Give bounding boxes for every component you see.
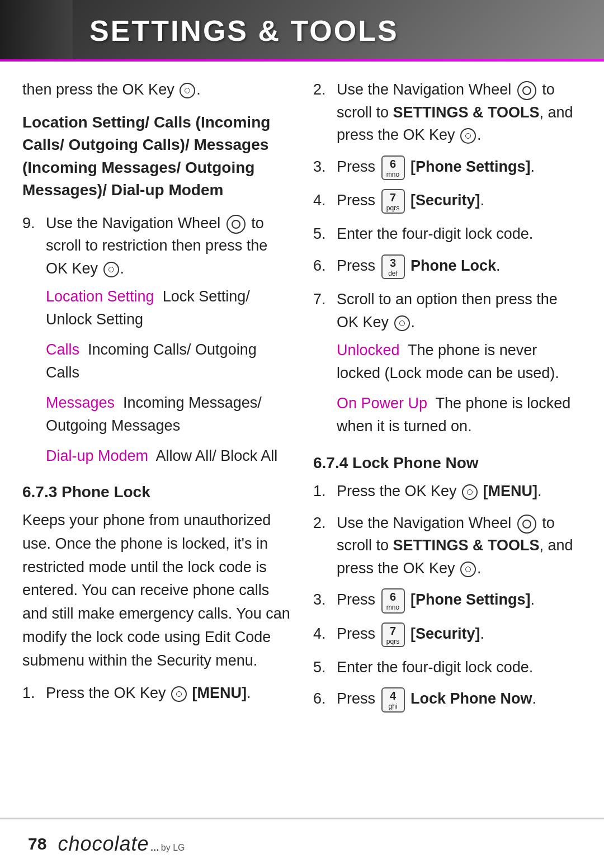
- header-accent-line: [0, 59, 604, 62]
- ok-key-icon-674-1: [462, 484, 478, 500]
- key-num-7-674-4: 7: [390, 624, 396, 638]
- sub-item-messages: Messages Incoming Messages/ Outgoing Mes…: [46, 391, 291, 437]
- list-item-674-2: 2. Use the Navigation Wheel to scroll to…: [313, 512, 582, 580]
- item-674-2-content: Use the Navigation Wheel to scroll to SE…: [337, 512, 582, 580]
- item-r7-content: Scroll to an option then press the OK Ke…: [337, 288, 582, 445]
- bold-section-title: Location Setting/ Calls (Incoming Calls/…: [22, 111, 291, 202]
- item-674-5-content: Enter the four-digit lock code.: [337, 656, 582, 679]
- item-r2-number: 2.: [313, 78, 331, 147]
- section-673-heading: 6.7.3 Phone Lock: [22, 483, 291, 501]
- menu-label-673-1: [MENU]: [192, 685, 247, 701]
- sub-item-calls: Calls Incoming Calls/ Outgoing Calls: [46, 338, 291, 384]
- phone-settings-label-674-3: [Phone Settings]: [410, 591, 531, 608]
- key-num-7-r4: 7: [390, 191, 396, 204]
- key-num-6-r3: 6: [390, 157, 396, 171]
- item-674-5-number: 5.: [313, 656, 331, 679]
- list-item-9: 9. Use the Navigation Wheel to scroll to…: [22, 212, 291, 475]
- settings-tools-label-r2: SETTINGS & TOOLS: [393, 104, 540, 121]
- key-btn-4-674-6: 4 ghi: [381, 687, 405, 712]
- sub-item-unlocked: Unlocked The phone is never locked (Lock…: [337, 339, 582, 384]
- nav-wheel-icon-r2: [517, 81, 536, 100]
- right-column: 2. Use the Navigation Wheel to scroll to…: [313, 78, 582, 721]
- key-btn-7-674-4: 7 pqrs: [381, 622, 405, 647]
- menu-label-674-1: [MENU]: [483, 483, 537, 499]
- item-674-1-number: 1.: [313, 480, 331, 503]
- item-r6-content: Press 3 def Phone Lock.: [337, 254, 582, 279]
- sub-item-dialup-modem: Dial-up Modem Allow All/ Block All: [46, 445, 291, 468]
- security-label-r4: [Security]: [410, 192, 480, 209]
- footer-brand-bylg: by LG: [161, 843, 185, 853]
- key-letters-mno-r3: mno: [386, 171, 399, 178]
- key-btn-7-r4: 7 pqrs: [381, 189, 405, 214]
- footer-brand: chocolate ... by LG: [58, 832, 185, 856]
- item-r7-number: 7.: [313, 288, 331, 445]
- lock-phone-now-label-674-6: Lock Phone Now: [410, 691, 532, 707]
- ok-key-icon-674-2: [460, 562, 476, 577]
- item-674-1-content: Press the OK Key [MENU].: [337, 480, 582, 503]
- label-messages: Messages: [46, 394, 115, 411]
- item-r2-content: Use the Navigation Wheel to scroll to SE…: [337, 78, 582, 147]
- list-item-r6: 6. Press 3 def Phone Lock.: [313, 254, 582, 279]
- intro-text: then press the OK Key .: [22, 78, 291, 101]
- label-calls: Calls: [46, 341, 79, 358]
- sub-items-r7: Unlocked The phone is never locked (Lock…: [337, 339, 582, 437]
- sub-items-9: Location Setting Lock Setting/ Unlock Se…: [46, 285, 291, 468]
- label-location-setting: Location Setting: [46, 288, 154, 305]
- list-item-674-4: 4. Press 7 pqrs [Security].: [313, 622, 582, 647]
- page-title: SETTINGS & TOOLS: [0, 14, 399, 48]
- key-letters-def-r6: def: [388, 270, 398, 277]
- ok-key-icon-9: [103, 262, 119, 277]
- list-item-674-3: 3. Press 6 mno [Phone Settings].: [313, 588, 582, 613]
- sub-item-on-power-up: On Power Up The phone is locked when it …: [337, 392, 582, 437]
- item-674-6-content: Press 4 ghi Lock Phone Now.: [337, 687, 582, 712]
- key-btn-6-r3: 6 mno: [381, 155, 405, 180]
- list-item-674-6: 6. Press 4 ghi Lock Phone Now.: [313, 687, 582, 712]
- key-num-3-r6: 3: [390, 256, 396, 270]
- label-dialup-modem: Dial-up Modem: [46, 447, 148, 464]
- key-btn-6-674-3: 6 mno: [381, 588, 405, 613]
- item-674-2-number: 2.: [313, 512, 331, 580]
- list-item-r5: 5. Enter the four-digit lock code.: [313, 223, 582, 246]
- key-letters-pqrs-r4: pqrs: [386, 204, 399, 212]
- phone-settings-label-r3: [Phone Settings]: [410, 158, 531, 175]
- page-footer: 78 chocolate ... by LG: [0, 818, 604, 868]
- main-content: then press the OK Key . Location Setting…: [0, 62, 604, 733]
- key-btn-3-r6: 3 def: [381, 254, 405, 279]
- label-unlocked: Unlocked: [337, 342, 400, 358]
- item-674-3-number: 3.: [313, 588, 331, 613]
- item-r5-number: 5.: [313, 223, 331, 246]
- phone-lock-label-r6: Phone Lock: [410, 257, 496, 274]
- item-674-3-content: Press 6 mno [Phone Settings].: [337, 588, 582, 613]
- item-r5-content: Enter the four-digit lock code.: [337, 223, 582, 246]
- footer-brand-dots: ...: [150, 839, 158, 854]
- item-r4-content: Press 7 pqrs [Security].: [337, 189, 582, 214]
- ok-key-icon-r2: [460, 128, 476, 144]
- key-letters-ghi-674-6: ghi: [389, 702, 398, 710]
- nav-wheel-icon-674-2: [517, 515, 536, 534]
- list-item-r2: 2. Use the Navigation Wheel to scroll to…: [313, 78, 582, 147]
- item-r4-number: 4.: [313, 189, 331, 214]
- security-label-674-4: [Security]: [410, 625, 480, 642]
- section-673-body: Keeps your phone from unauthorized use. …: [22, 509, 291, 673]
- ok-key-icon-r7: [394, 315, 410, 331]
- nav-wheel-icon-9: [226, 215, 246, 234]
- item-9-content: Use the Navigation Wheel to scroll to re…: [46, 212, 291, 475]
- item-9-number: 9.: [22, 212, 40, 475]
- section-674-heading: 6.7.4 Lock Phone Now: [313, 454, 582, 472]
- list-item-r4: 4. Press 7 pqrs [Security].: [313, 189, 582, 214]
- item-r6-number: 6.: [313, 254, 331, 279]
- item-r3-content: Press 6 mno [Phone Settings].: [337, 155, 582, 180]
- list-item-r3: 3. Press 6 mno [Phone Settings].: [313, 155, 582, 180]
- key-letters-pqrs-674-4: pqrs: [386, 638, 399, 645]
- footer-page-number: 78: [28, 834, 46, 853]
- item-673-1-content: Press the OK Key [MENU].: [46, 682, 291, 705]
- key-num-4-674-6: 4: [390, 689, 396, 702]
- key-num-6-674-3: 6: [390, 590, 396, 603]
- ok-key-icon-intro: [180, 83, 195, 98]
- footer-brand-text: chocolate: [58, 832, 149, 856]
- item-674-6-number: 6.: [313, 687, 331, 712]
- item-674-4-number: 4.: [313, 622, 331, 647]
- item-r3-number: 3.: [313, 155, 331, 180]
- list-item-674-5: 5. Enter the four-digit lock code.: [313, 656, 582, 679]
- list-item-r7: 7. Scroll to an option then press the OK…: [313, 288, 582, 445]
